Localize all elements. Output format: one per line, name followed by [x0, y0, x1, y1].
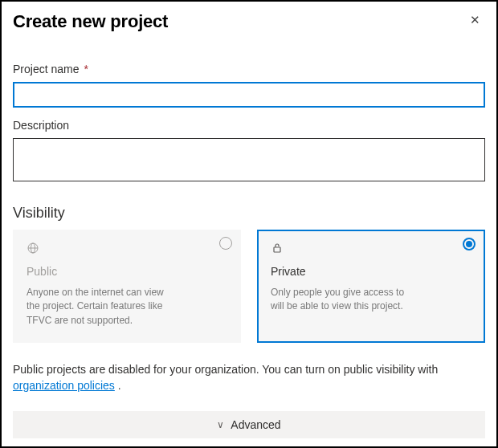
public-disabled-note: Public projects are disabled for your or… — [13, 362, 485, 393]
project-name-input[interactable] — [13, 82, 485, 108]
close-icon[interactable]: ✕ — [465, 11, 485, 29]
description-input[interactable] — [13, 138, 485, 181]
dialog-title: Create new project — [13, 11, 168, 32]
visibility-heading: Visibility — [13, 205, 485, 222]
public-description: Anyone on the internet can view the proj… — [27, 286, 171, 328]
note-suffix-text: . — [115, 379, 121, 392]
public-title: Public — [27, 265, 227, 278]
radio-unchecked-icon — [219, 237, 232, 250]
advanced-label-text: Advanced — [231, 418, 280, 431]
lock-icon — [271, 242, 471, 257]
note-prefix-text: Public projects are disabled for your or… — [13, 363, 438, 376]
description-label: Description — [13, 119, 485, 132]
project-name-label: Project name * — [13, 63, 485, 75]
required-asterisk-icon: * — [84, 63, 88, 75]
private-title: Private — [271, 265, 471, 278]
organization-policies-link[interactable]: organization policies — [13, 379, 115, 392]
svg-rect-3 — [274, 247, 280, 252]
globe-icon — [27, 242, 227, 257]
private-description: Only people you give access to will be a… — [271, 286, 415, 314]
visibility-option-public: Public Anyone on the internet can view t… — [13, 230, 241, 343]
visibility-option-private[interactable]: Private Only people you give access to w… — [257, 230, 485, 343]
chevron-down-icon: ∨ — [217, 419, 224, 430]
project-name-label-text: Project name — [13, 63, 79, 75]
visibility-options: Public Anyone on the internet can view t… — [13, 230, 485, 343]
radio-checked-icon — [463, 238, 476, 250]
advanced-toggle[interactable]: ∨ Advanced — [13, 411, 485, 438]
